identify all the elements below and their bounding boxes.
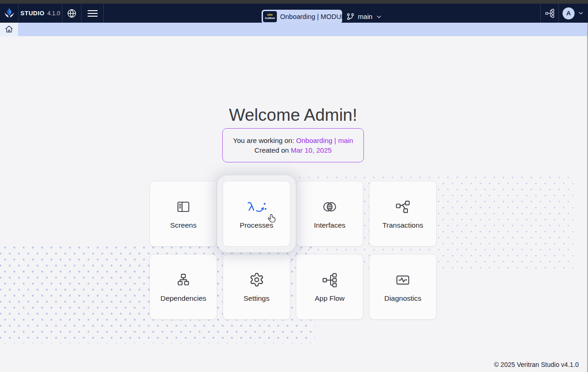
card-dependencies[interactable]: Dependencies — [150, 254, 217, 320]
chevron-down-icon — [577, 10, 584, 17]
app-flow-shortcut-button[interactable] — [540, 4, 559, 23]
created-on-date[interactable]: Mar 10, 2025 — [291, 146, 332, 154]
diagnostics-icon — [395, 272, 411, 288]
globe-icon — [67, 8, 77, 19]
working-on-box: You are working on: Onboarding | main Cr… — [222, 128, 364, 162]
processes-icon — [246, 198, 267, 215]
module-selector-button[interactable]: GoldBank Onboarding | MODULE — [262, 10, 342, 24]
settings-icon — [249, 272, 264, 288]
goldbank-badge: GoldBank — [263, 11, 277, 22]
pointer-cursor — [267, 214, 276, 225]
avatar: A — [563, 7, 575, 19]
main-menu-button[interactable] — [81, 4, 104, 23]
card-diagnostics[interactable]: Diagnostics — [369, 254, 437, 320]
top-navbar: STUDIO 4.1.0 GoldBank Onboarding | MODUL… — [0, 4, 588, 23]
product-name: STUDIO — [20, 10, 44, 17]
app-flow-icon — [545, 8, 555, 18]
veritran-logo[interactable] — [0, 4, 19, 23]
language-globe-button[interactable] — [63, 4, 81, 23]
card-app-flow[interactable]: App Flow — [296, 254, 363, 320]
card-label: Dependencies — [160, 294, 206, 303]
card-label: Transactions — [382, 221, 423, 229]
git-branch-icon — [346, 12, 355, 21]
working-on-link[interactable]: Onboarding | main — [296, 136, 353, 144]
home-button[interactable] — [0, 23, 18, 36]
chevron-down-icon — [375, 13, 382, 20]
card-processes[interactable]: Processes — [223, 181, 290, 247]
card-interfaces[interactable]: Interfaces — [296, 181, 363, 247]
app-flow-icon — [322, 272, 338, 288]
card-label: Diagnostics — [384, 294, 421, 303]
product-version: 4.1.0 — [47, 10, 60, 17]
card-transactions[interactable]: Transactions — [369, 181, 437, 247]
screens-icon — [175, 198, 191, 215]
branch-selector[interactable]: main — [346, 10, 382, 24]
module-cards-grid: Screens Processes Interfaces — [150, 181, 437, 320]
home-icon — [5, 25, 13, 34]
breadcrumb-tab-strip — [18, 23, 588, 36]
card-label: App Flow — [315, 294, 345, 303]
page-title: Welcome Admin! — [0, 105, 586, 125]
hamburger-icon — [88, 10, 98, 17]
card-settings[interactable]: Settings — [223, 254, 290, 320]
interfaces-icon — [321, 198, 338, 215]
card-label: Settings — [244, 294, 269, 303]
created-on-prefix: Created on — [255, 146, 291, 154]
transactions-icon — [395, 198, 411, 215]
secondary-bar — [0, 23, 588, 36]
card-label: Interfaces — [314, 221, 345, 229]
footer-copyright: © 2025 Veritran Studio v4.1.0 — [494, 361, 579, 368]
dependencies-icon — [175, 272, 191, 288]
veritran-logo-icon — [3, 7, 15, 19]
working-on-prefix: You are working on: — [233, 136, 296, 144]
module-pill-label: Onboarding | MODULE — [280, 13, 350, 20]
card-label: Screens — [170, 221, 197, 229]
navbar-right-group: A — [540, 4, 588, 23]
window-chrome-strip — [0, 0, 588, 4]
card-screens[interactable]: Screens — [150, 181, 217, 247]
goldbank-badge-label: GoldBank — [265, 17, 275, 19]
product-title: STUDIO 4.1.0 — [19, 4, 63, 23]
user-menu-button[interactable]: A — [559, 4, 588, 23]
branch-name: main — [358, 13, 372, 20]
